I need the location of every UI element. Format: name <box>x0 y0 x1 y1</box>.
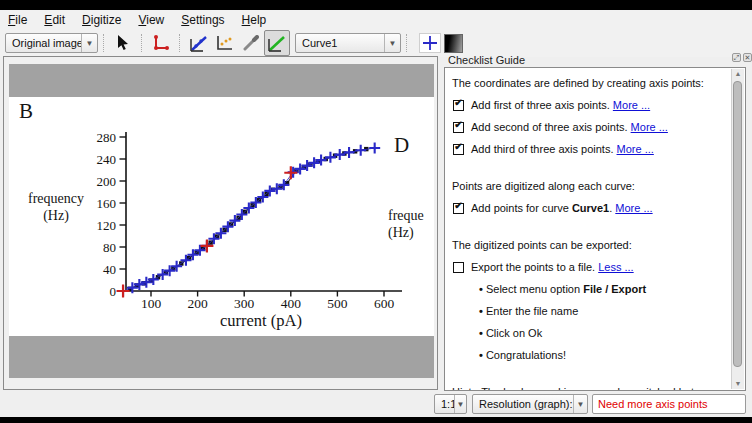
checklist-step: Add points for curve Curve1. More ... <box>452 202 727 214</box>
checklist-bullet: Congratulations! <box>479 349 727 361</box>
svg-text:40: 40 <box>103 262 116 277</box>
svg-text:120: 120 <box>97 218 117 233</box>
color-picker-icon <box>243 35 259 51</box>
checklist-bullet: Click on Ok <box>479 327 727 339</box>
y-axis-title: frequency (Hz) <box>15 190 97 224</box>
axis-point-tool-button[interactable] <box>148 30 174 56</box>
background-selector-value: Original image <box>6 37 81 49</box>
resolution-combo[interactable]: Resolution (graph): ▼ <box>472 394 588 414</box>
panel-label-b: B <box>19 99 33 124</box>
chevron-down-icon: ▼ <box>454 395 466 413</box>
curve-point-icon <box>190 34 208 52</box>
svg-text:160: 160 <box>97 196 117 211</box>
svg-text:300: 300 <box>234 296 255 311</box>
point-match-icon <box>216 34 234 52</box>
curve-selector-value: Curve1 <box>296 37 384 49</box>
checklist-more-link[interactable]: More ... <box>631 121 668 133</box>
svg-text:0: 0 <box>110 284 117 299</box>
checklist-more-link[interactable]: Less ... <box>598 261 633 273</box>
chevron-down-icon: ▼ <box>81 34 97 52</box>
axis-point-icon <box>152 34 170 52</box>
toolbar-separator <box>406 34 408 52</box>
menu-bar: FileEditDigitizeViewSettingsHelp <box>0 10 752 29</box>
status-message-field: Need more axis points <box>592 394 746 414</box>
crosshair-icon <box>422 35 438 51</box>
zoom-value: 1:1 <box>435 398 454 410</box>
filter-gradient-swatch[interactable] <box>444 34 463 53</box>
checklist-spacer <box>452 165 727 178</box>
checklist-step-text: Export the points to a file. Less ... <box>471 261 634 273</box>
checklist-bullet: Enter the file name <box>479 305 727 317</box>
menu-settings[interactable]: Settings <box>181 13 224 27</box>
segment-fill-tool-button[interactable] <box>264 30 290 56</box>
checklist-paragraph: The coordinates are defined by creating … <box>452 77 727 89</box>
dock-float-icon[interactable]: ⤢ <box>732 53 741 62</box>
checklist-more-link[interactable]: More ... <box>615 202 652 214</box>
svg-text:100: 100 <box>141 296 162 311</box>
svg-text:200: 200 <box>97 174 117 189</box>
curve-point-tool-button[interactable] <box>186 30 212 56</box>
image-top-gray-band <box>9 64 434 97</box>
cursor-arrow-icon <box>116 35 130 51</box>
checklist-guide-panel: The coordinates are defined by creating … <box>444 67 746 391</box>
adjacent-panel-cut-label: freque (Hz) <box>388 207 434 241</box>
svg-text:current (pA): current (pA) <box>220 311 302 330</box>
menu-digitize[interactable]: Digitize <box>82 13 121 27</box>
menu-help[interactable]: Help <box>242 13 267 27</box>
zoom-combo[interactable]: 1:1 ▼ <box>434 394 467 414</box>
checklist-step: Export the points to a file. Less ... <box>452 261 727 273</box>
point-match-tool-button[interactable] <box>212 30 238 56</box>
checklist-step: Add second of three axis points. More ..… <box>452 121 727 133</box>
menu-file[interactable]: File <box>8 13 27 27</box>
checklist-spacer <box>452 371 727 384</box>
chart-area: B D frequency (Hz) freque (Hz) 040801201… <box>9 97 434 336</box>
checklist-step-text: Add second of three axis points. More ..… <box>471 121 668 133</box>
checked-checkbox-icon[interactable] <box>453 122 464 133</box>
scrollbar-thumb[interactable] <box>733 81 742 367</box>
checklist-paragraph: The digitized points can be exported: <box>452 239 727 251</box>
menu-edit[interactable]: Edit <box>44 13 65 27</box>
select-tool-button[interactable] <box>110 30 136 56</box>
checklist-bullet: Select menu option File / Export <box>479 283 727 295</box>
scroll-down-icon[interactable]: ▼ <box>733 379 743 389</box>
checklist-more-link[interactable]: More ... <box>617 143 654 155</box>
checklist-step-text: Add third of three axis points. More ... <box>471 143 654 155</box>
checked-checkbox-icon[interactable] <box>453 203 464 214</box>
svg-text:200: 200 <box>187 296 208 311</box>
imported-graph-image: B D frequency (Hz) freque (Hz) 040801201… <box>9 64 434 378</box>
chevron-down-icon: ▼ <box>384 34 400 52</box>
checklist-scrollbar[interactable]: ▲ ▼ <box>731 69 744 389</box>
resolution-label: Resolution (graph): <box>473 398 573 410</box>
color-picker-tool-button[interactable] <box>238 30 264 56</box>
scroll-up-icon[interactable]: ▲ <box>733 69 743 79</box>
image-bottom-gray-band <box>9 336 434 378</box>
checked-checkbox-icon[interactable] <box>453 144 464 155</box>
svg-text:400: 400 <box>281 296 302 311</box>
checklist-spacer <box>452 224 727 237</box>
toolbar-separator <box>179 34 181 52</box>
app-window: FileEditDigitizeViewSettingsHelp Origina… <box>0 10 752 407</box>
chevron-down-icon: ▼ <box>573 395 587 413</box>
background-selector-combo[interactable]: Original image ▼ <box>5 33 98 53</box>
svg-text:500: 500 <box>327 296 348 311</box>
checklist-step: Add third of three axis points. More ... <box>452 143 727 155</box>
toolbar-separator <box>103 34 105 52</box>
menu-view[interactable]: View <box>138 13 164 27</box>
checklist-guide-title: Checklist Guide <box>448 54 525 66</box>
curve-selector-combo[interactable]: Curve1 ▼ <box>295 33 401 53</box>
checklist-content: The coordinates are defined by creating … <box>445 68 731 391</box>
segment-fill-icon <box>268 34 286 52</box>
graph-view[interactable]: B D frequency (Hz) freque (Hz) 040801201… <box>3 56 438 390</box>
checked-checkbox-icon[interactable] <box>453 100 464 111</box>
checklist-paragraph: Points are digitized along each curve: <box>452 180 727 192</box>
dock-close-icon[interactable]: ✕ <box>743 53 752 62</box>
checklist-more-link[interactable]: More ... <box>613 99 650 111</box>
toolbar: Original image ▼ <box>0 29 752 57</box>
checklist-step-text: Add first of three axis points. More ... <box>471 99 650 111</box>
point-style-swatch[interactable] <box>419 33 441 53</box>
unchecked-checkbox-icon[interactable] <box>453 262 464 273</box>
status-bar: 1:1 ▼ Resolution (graph): ▼ Need more ax… <box>0 391 752 417</box>
svg-text:280: 280 <box>97 130 117 145</box>
svg-text:600: 600 <box>374 296 395 311</box>
toolbar-separator <box>141 34 143 52</box>
